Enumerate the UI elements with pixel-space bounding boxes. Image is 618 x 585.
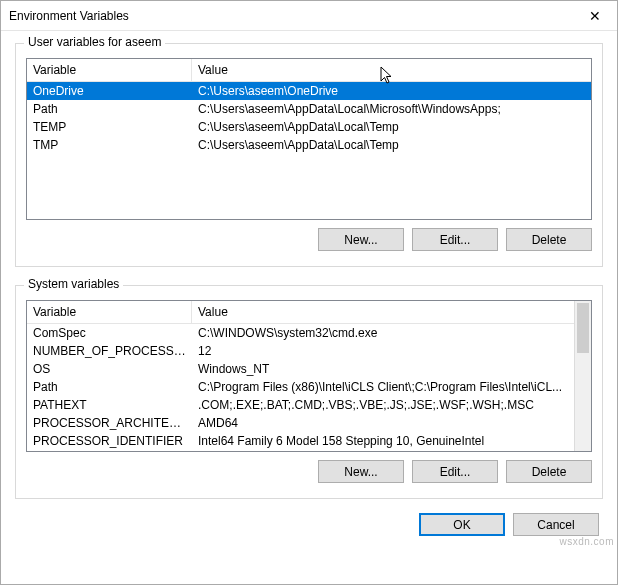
user-col-value[interactable]: Value bbox=[192, 59, 591, 81]
cell-variable: OS bbox=[27, 360, 192, 378]
user-new-button[interactable]: New... bbox=[318, 228, 404, 251]
table-row[interactable]: PathC:\Users\aseem\AppData\Local\Microso… bbox=[27, 100, 591, 118]
cell-variable: ComSpec bbox=[27, 324, 192, 342]
scrollbar-thumb[interactable] bbox=[577, 303, 589, 353]
window-title: Environment Variables bbox=[9, 9, 572, 23]
cell-value: C:\Users\aseem\AppData\Local\Temp bbox=[192, 118, 591, 136]
cell-variable: Path bbox=[27, 378, 192, 396]
cell-variable: OneDrive bbox=[27, 82, 192, 100]
table-row[interactable]: PathC:\Program Files (x86)\Intel\iCLS Cl… bbox=[27, 378, 574, 396]
system-col-variable[interactable]: Variable bbox=[27, 301, 192, 323]
system-list-body: ComSpecC:\WINDOWS\system32\cmd.exeNUMBER… bbox=[27, 324, 574, 450]
cell-variable: PROCESSOR_IDENTIFIER bbox=[27, 432, 192, 450]
table-row[interactable]: OneDriveC:\Users\aseem\OneDrive bbox=[27, 82, 591, 100]
cell-value: C:\WINDOWS\system32\cmd.exe bbox=[192, 324, 574, 342]
titlebar[interactable]: Environment Variables ✕ bbox=[1, 1, 617, 31]
system-variables-list[interactable]: Variable Value ComSpecC:\WINDOWS\system3… bbox=[26, 300, 592, 452]
cell-value: AMD64 bbox=[192, 414, 574, 432]
close-icon: ✕ bbox=[589, 8, 601, 24]
table-row[interactable]: PROCESSOR_ARCHITECTUREAMD64 bbox=[27, 414, 574, 432]
cell-variable: Path bbox=[27, 100, 192, 118]
cell-value: Intel64 Family 6 Model 158 Stepping 10, … bbox=[192, 432, 574, 450]
system-col-value[interactable]: Value bbox=[192, 301, 574, 323]
cell-variable: NUMBER_OF_PROCESSORS bbox=[27, 342, 192, 360]
cell-variable: PATHEXT bbox=[27, 396, 192, 414]
system-new-button[interactable]: New... bbox=[318, 460, 404, 483]
user-edit-button[interactable]: Edit... bbox=[412, 228, 498, 251]
system-list-header[interactable]: Variable Value bbox=[27, 301, 574, 324]
system-variables-group: System variables Variable Value ComSpecC… bbox=[15, 285, 603, 499]
table-row[interactable]: NUMBER_OF_PROCESSORS12 bbox=[27, 342, 574, 360]
cell-variable: TMP bbox=[27, 136, 192, 154]
close-button[interactable]: ✕ bbox=[572, 1, 617, 31]
table-row[interactable]: PROCESSOR_IDENTIFIERIntel64 Family 6 Mod… bbox=[27, 432, 574, 450]
user-variables-legend: User variables for aseem bbox=[24, 35, 165, 49]
system-variables-legend: System variables bbox=[24, 277, 123, 291]
cell-value: C:\Users\aseem\OneDrive bbox=[192, 82, 591, 100]
ok-button[interactable]: OK bbox=[419, 513, 505, 536]
cell-value: Windows_NT bbox=[192, 360, 574, 378]
cell-variable: TEMP bbox=[27, 118, 192, 136]
cancel-button[interactable]: Cancel bbox=[513, 513, 599, 536]
table-row[interactable]: TEMPC:\Users\aseem\AppData\Local\Temp bbox=[27, 118, 591, 136]
system-buttons-row: New... Edit... Delete bbox=[26, 460, 592, 483]
watermark: wsxdn.com bbox=[559, 536, 614, 547]
client-area: User variables for aseem Variable Value … bbox=[1, 31, 617, 584]
table-row[interactable]: TMPC:\Users\aseem\AppData\Local\Temp bbox=[27, 136, 591, 154]
system-edit-button[interactable]: Edit... bbox=[412, 460, 498, 483]
user-list-header[interactable]: Variable Value bbox=[27, 59, 591, 82]
environment-variables-dialog: Environment Variables ✕ User variables f… bbox=[0, 0, 618, 585]
system-scrollbar[interactable] bbox=[574, 301, 591, 451]
cell-value: C:\Program Files (x86)\Intel\iCLS Client… bbox=[192, 378, 574, 396]
table-row[interactable]: ComSpecC:\WINDOWS\system32\cmd.exe bbox=[27, 324, 574, 342]
cell-value: 12 bbox=[192, 342, 574, 360]
cell-value: .COM;.EXE;.BAT;.CMD;.VBS;.VBE;.JS;.JSE;.… bbox=[192, 396, 574, 414]
dialog-buttons: OK Cancel bbox=[15, 507, 603, 536]
table-row[interactable]: PATHEXT.COM;.EXE;.BAT;.CMD;.VBS;.VBE;.JS… bbox=[27, 396, 574, 414]
user-col-variable[interactable]: Variable bbox=[27, 59, 192, 81]
user-variables-list[interactable]: Variable Value OneDriveC:\Users\aseem\On… bbox=[26, 58, 592, 220]
user-variables-group: User variables for aseem Variable Value … bbox=[15, 43, 603, 267]
user-list-body: OneDriveC:\Users\aseem\OneDrivePathC:\Us… bbox=[27, 82, 591, 154]
table-row[interactable]: OSWindows_NT bbox=[27, 360, 574, 378]
cell-variable: PROCESSOR_ARCHITECTURE bbox=[27, 414, 192, 432]
user-buttons-row: New... Edit... Delete bbox=[26, 228, 592, 251]
cell-value: C:\Users\aseem\AppData\Local\Microsoft\W… bbox=[192, 100, 591, 118]
cell-value: C:\Users\aseem\AppData\Local\Temp bbox=[192, 136, 591, 154]
user-delete-button[interactable]: Delete bbox=[506, 228, 592, 251]
system-delete-button[interactable]: Delete bbox=[506, 460, 592, 483]
